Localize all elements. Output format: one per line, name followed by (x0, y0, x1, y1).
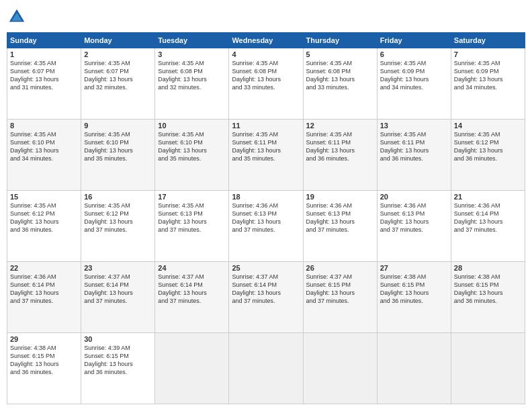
header (7, 7, 525, 27)
calendar-cell: 11Sunrise: 4:35 AM Sunset: 6:11 PM Dayli… (229, 120, 303, 191)
day-number: 2 (84, 50, 152, 58)
day-number: 16 (84, 193, 152, 201)
calendar-cell: 22Sunrise: 4:36 AM Sunset: 6:14 PM Dayli… (7, 262, 81, 333)
cell-content: Sunrise: 4:35 AM Sunset: 6:09 PM Dayligh… (380, 59, 448, 92)
cell-content: Sunrise: 4:35 AM Sunset: 6:09 PM Dayligh… (454, 59, 522, 92)
cell-content: Sunrise: 4:36 AM Sunset: 6:13 PM Dayligh… (380, 201, 448, 234)
calendar-cell: 28Sunrise: 4:38 AM Sunset: 6:15 PM Dayli… (451, 262, 525, 333)
cell-content: Sunrise: 4:35 AM Sunset: 6:07 PM Dayligh… (10, 59, 78, 92)
day-number: 23 (84, 264, 152, 272)
header-day-sunday: Sunday (7, 33, 81, 48)
cell-content: Sunrise: 4:35 AM Sunset: 6:08 PM Dayligh… (306, 59, 374, 92)
calendar-cell (451, 333, 525, 404)
day-number: 15 (10, 193, 78, 201)
calendar-cell: 8Sunrise: 4:35 AM Sunset: 6:10 PM Daylig… (7, 120, 81, 191)
day-number: 4 (232, 50, 300, 58)
day-number: 6 (380, 50, 448, 58)
calendar-cell: 26Sunrise: 4:37 AM Sunset: 6:15 PM Dayli… (303, 262, 377, 333)
calendar-cell: 1Sunrise: 4:35 AM Sunset: 6:07 PM Daylig… (7, 48, 81, 120)
cell-content: Sunrise: 4:38 AM Sunset: 6:15 PM Dayligh… (380, 273, 448, 306)
day-number: 20 (380, 193, 448, 201)
calendar-cell: 23Sunrise: 4:37 AM Sunset: 6:14 PM Dayli… (81, 262, 155, 333)
calendar-cell: 13Sunrise: 4:35 AM Sunset: 6:11 PM Dayli… (377, 120, 451, 191)
day-number: 10 (158, 122, 226, 130)
calendar-cell: 24Sunrise: 4:37 AM Sunset: 6:14 PM Dayli… (155, 262, 229, 333)
day-number: 7 (454, 50, 522, 58)
calendar-cell: 17Sunrise: 4:35 AM Sunset: 6:13 PM Dayli… (155, 191, 229, 262)
cell-content: Sunrise: 4:38 AM Sunset: 6:15 PM Dayligh… (10, 344, 78, 377)
cell-content: Sunrise: 4:35 AM Sunset: 6:11 PM Dayligh… (380, 130, 448, 163)
day-number: 9 (84, 122, 152, 130)
day-number: 26 (306, 264, 374, 272)
day-number: 13 (380, 122, 448, 130)
cell-content: Sunrise: 4:36 AM Sunset: 6:14 PM Dayligh… (10, 273, 78, 306)
calendar-cell: 29Sunrise: 4:38 AM Sunset: 6:15 PM Dayli… (7, 333, 81, 404)
cell-content: Sunrise: 4:38 AM Sunset: 6:15 PM Dayligh… (454, 273, 522, 306)
day-number: 14 (454, 122, 522, 130)
day-number: 3 (158, 50, 226, 58)
logo (7, 7, 30, 27)
day-number: 22 (10, 264, 78, 272)
calendar-cell: 21Sunrise: 4:36 AM Sunset: 6:14 PM Dayli… (451, 191, 525, 262)
cell-content: Sunrise: 4:35 AM Sunset: 6:08 PM Dayligh… (158, 59, 226, 92)
calendar-cell: 30Sunrise: 4:39 AM Sunset: 6:15 PM Dayli… (81, 333, 155, 404)
header-day-monday: Monday (81, 33, 155, 48)
calendar-cell: 14Sunrise: 4:35 AM Sunset: 6:12 PM Dayli… (451, 120, 525, 191)
day-number: 1 (10, 50, 78, 58)
calendar-cell: 16Sunrise: 4:35 AM Sunset: 6:12 PM Dayli… (81, 191, 155, 262)
cell-content: Sunrise: 4:37 AM Sunset: 6:14 PM Dayligh… (232, 273, 300, 306)
header-day-tuesday: Tuesday (155, 33, 229, 48)
calendar-cell (377, 333, 451, 404)
day-number: 8 (10, 122, 78, 130)
cell-content: Sunrise: 4:35 AM Sunset: 6:10 PM Dayligh… (10, 130, 78, 163)
header-row: SundayMondayTuesdayWednesdayThursdayFrid… (7, 33, 525, 48)
calendar-cell: 7Sunrise: 4:35 AM Sunset: 6:09 PM Daylig… (451, 48, 525, 120)
calendar-header: SundayMondayTuesdayWednesdayThursdayFrid… (7, 33, 525, 48)
calendar-cell: 10Sunrise: 4:35 AM Sunset: 6:10 PM Dayli… (155, 120, 229, 191)
cell-content: Sunrise: 4:36 AM Sunset: 6:13 PM Dayligh… (306, 201, 374, 234)
day-number: 21 (454, 193, 522, 201)
calendar-cell: 9Sunrise: 4:35 AM Sunset: 6:10 PM Daylig… (81, 120, 155, 191)
cell-content: Sunrise: 4:35 AM Sunset: 6:08 PM Dayligh… (232, 59, 300, 92)
cell-content: Sunrise: 4:35 AM Sunset: 6:13 PM Dayligh… (158, 201, 226, 234)
calendar-week-4: 22Sunrise: 4:36 AM Sunset: 6:14 PM Dayli… (7, 262, 525, 333)
day-number: 30 (84, 335, 152, 343)
calendar-cell: 6Sunrise: 4:35 AM Sunset: 6:09 PM Daylig… (377, 48, 451, 120)
day-number: 5 (306, 50, 374, 58)
cell-content: Sunrise: 4:39 AM Sunset: 6:15 PM Dayligh… (84, 344, 152, 377)
cell-content: Sunrise: 4:36 AM Sunset: 6:14 PM Dayligh… (454, 201, 522, 234)
calendar-week-5: 29Sunrise: 4:38 AM Sunset: 6:15 PM Dayli… (7, 333, 525, 404)
cell-content: Sunrise: 4:35 AM Sunset: 6:12 PM Dayligh… (454, 130, 522, 163)
calendar-week-3: 15Sunrise: 4:35 AM Sunset: 6:12 PM Dayli… (7, 191, 525, 262)
day-number: 28 (454, 264, 522, 272)
calendar-cell: 15Sunrise: 4:35 AM Sunset: 6:12 PM Dayli… (7, 191, 81, 262)
cell-content: Sunrise: 4:35 AM Sunset: 6:11 PM Dayligh… (306, 130, 374, 163)
cell-content: Sunrise: 4:35 AM Sunset: 6:10 PM Dayligh… (158, 130, 226, 163)
calendar-cell: 27Sunrise: 4:38 AM Sunset: 6:15 PM Dayli… (377, 262, 451, 333)
cell-content: Sunrise: 4:35 AM Sunset: 6:07 PM Dayligh… (84, 59, 152, 92)
day-number: 25 (232, 264, 300, 272)
day-number: 17 (158, 193, 226, 201)
calendar-cell: 18Sunrise: 4:36 AM Sunset: 6:13 PM Dayli… (229, 191, 303, 262)
page: SundayMondayTuesdayWednesdayThursdayFrid… (0, 0, 532, 411)
cell-content: Sunrise: 4:35 AM Sunset: 6:11 PM Dayligh… (232, 130, 300, 163)
cell-content: Sunrise: 4:36 AM Sunset: 6:13 PM Dayligh… (232, 201, 300, 234)
header-day-saturday: Saturday (451, 33, 525, 48)
cell-content: Sunrise: 4:35 AM Sunset: 6:12 PM Dayligh… (84, 201, 152, 234)
calendar-week-2: 8Sunrise: 4:35 AM Sunset: 6:10 PM Daylig… (7, 120, 525, 191)
calendar-cell: 19Sunrise: 4:36 AM Sunset: 6:13 PM Dayli… (303, 191, 377, 262)
day-number: 29 (10, 335, 78, 343)
calendar-cell: 5Sunrise: 4:35 AM Sunset: 6:08 PM Daylig… (303, 48, 377, 120)
calendar-cell: 2Sunrise: 4:35 AM Sunset: 6:07 PM Daylig… (81, 48, 155, 120)
day-number: 24 (158, 264, 226, 272)
cell-content: Sunrise: 4:37 AM Sunset: 6:14 PM Dayligh… (84, 273, 152, 306)
day-number: 12 (306, 122, 374, 130)
calendar-cell: 3Sunrise: 4:35 AM Sunset: 6:08 PM Daylig… (155, 48, 229, 120)
cell-content: Sunrise: 4:37 AM Sunset: 6:15 PM Dayligh… (306, 273, 374, 306)
day-number: 19 (306, 193, 374, 201)
cell-content: Sunrise: 4:37 AM Sunset: 6:14 PM Dayligh… (158, 273, 226, 306)
calendar-table: SundayMondayTuesdayWednesdayThursdayFrid… (7, 32, 525, 404)
calendar-cell: 4Sunrise: 4:35 AM Sunset: 6:08 PM Daylig… (229, 48, 303, 120)
cell-content: Sunrise: 4:35 AM Sunset: 6:10 PM Dayligh… (84, 130, 152, 163)
header-day-friday: Friday (377, 33, 451, 48)
